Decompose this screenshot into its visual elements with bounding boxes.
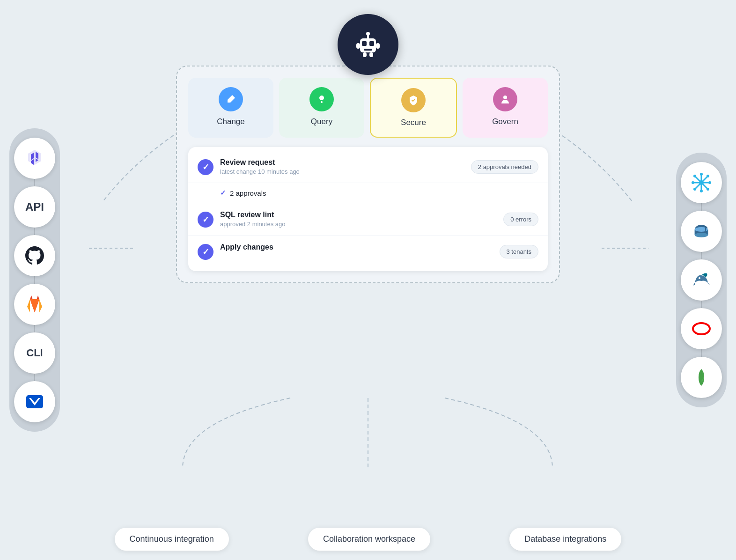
status-list: ✓ Review request latest change 10 minute… xyxy=(188,147,548,271)
sidebar-item-cli[interactable]: CLI xyxy=(14,332,55,374)
right-sidebar-track xyxy=(676,153,727,407)
change-icon xyxy=(219,87,243,111)
api-label: API xyxy=(25,200,44,214)
bottom-label-ci: Continuous integration xyxy=(115,528,229,551)
svg-rect-35 xyxy=(364,49,372,51)
sidebar-item-terraform[interactable] xyxy=(14,138,55,179)
svg-marker-6 xyxy=(28,150,41,165)
tab-secure[interactable]: Secure xyxy=(370,78,457,138)
tab-secure-label: Secure xyxy=(401,118,426,127)
tab-govern[interactable]: Govern xyxy=(463,78,548,138)
svg-point-18 xyxy=(700,190,703,192)
status-item-review-request: ✓ Review request latest change 10 minute… xyxy=(188,151,548,183)
status-item-approvals: ✓ 2 approvals xyxy=(188,183,548,203)
svg-point-44 xyxy=(503,96,507,99)
review-request-badge: 2 approvals needed xyxy=(471,160,538,174)
robot-icon-container xyxy=(338,14,398,75)
sidebar-item-mysql[interactable] xyxy=(681,259,722,301)
svg-rect-43 xyxy=(321,101,323,103)
sidebar-item-github[interactable] xyxy=(14,235,55,276)
sidebar-item-bitbucket[interactable] xyxy=(14,381,55,422)
svg-point-20 xyxy=(708,181,711,184)
review-check-icon: ✓ xyxy=(198,159,213,175)
sidebar-item-postgres[interactable] xyxy=(681,211,722,252)
sidebar-item-api[interactable]: API xyxy=(14,186,55,228)
apply-changes-text: Apply changes xyxy=(220,243,493,251)
tab-govern-label: Govern xyxy=(492,117,518,126)
svg-point-37 xyxy=(366,32,370,36)
tab-change-label: Change xyxy=(217,117,245,126)
main-panel: Change Query xyxy=(176,66,560,283)
status-item-sql-review: ✓ SQL review lint approved 2 minutes ago… xyxy=(188,203,548,236)
center-content: Change Query xyxy=(94,14,642,523)
tab-change[interactable]: Change xyxy=(188,78,273,138)
svg-point-30 xyxy=(699,277,700,279)
govern-icon xyxy=(493,87,517,111)
sidebar-item-gitlab[interactable] xyxy=(14,284,55,325)
svg-point-19 xyxy=(692,181,694,184)
review-request-text: Review request latest change 10 minutes … xyxy=(220,158,464,175)
svg-point-24 xyxy=(693,188,696,191)
bottom-label-db: Database integrations xyxy=(509,528,621,551)
sql-review-badge: 0 errors xyxy=(503,213,538,226)
sql-review-subtitle: approved 2 minutes ago xyxy=(220,221,497,228)
sql-check-icon: ✓ xyxy=(198,212,213,228)
sidebar-item-oracle[interactable] xyxy=(681,308,722,349)
svg-point-22 xyxy=(707,188,709,191)
bottom-label-collab: Collaboration workspace xyxy=(308,528,430,551)
action-tabs: Change Query xyxy=(188,78,548,138)
sidebar-item-snowflake[interactable] xyxy=(681,162,722,203)
svg-rect-34 xyxy=(369,41,374,46)
apply-changes-title: Apply changes xyxy=(220,243,493,251)
apply-changes-badge: 3 tenants xyxy=(500,245,539,258)
bottom-labels: Continuous integration Collaboration wor… xyxy=(75,528,661,551)
approvals-check: ✓ xyxy=(220,189,226,197)
cli-label: CLI xyxy=(26,347,43,359)
svg-point-23 xyxy=(707,175,709,177)
svg-rect-33 xyxy=(362,41,367,46)
svg-point-42 xyxy=(319,96,324,100)
svg-rect-38 xyxy=(356,43,360,49)
secure-icon xyxy=(401,88,426,112)
right-sidebar xyxy=(676,153,727,407)
svg-point-17 xyxy=(700,173,703,176)
svg-point-28 xyxy=(695,233,708,237)
sql-review-text: SQL review lint approved 2 minutes ago xyxy=(220,211,497,228)
approvals-label: 2 approvals xyxy=(230,189,266,197)
review-request-title: Review request xyxy=(220,158,464,167)
apply-check-icon: ✓ xyxy=(198,244,213,260)
tab-query-label: Query xyxy=(311,117,332,126)
review-request-subtitle: latest change 10 minutes ago xyxy=(220,168,464,175)
svg-point-31 xyxy=(693,323,710,334)
sidebar-item-mongodb[interactable] xyxy=(681,357,722,398)
svg-point-25 xyxy=(699,180,704,185)
svg-rect-39 xyxy=(376,43,380,49)
sql-review-title: SQL review lint xyxy=(220,211,497,219)
svg-rect-41 xyxy=(369,52,373,57)
svg-rect-40 xyxy=(363,52,367,57)
left-sidebar: API CLI xyxy=(9,128,60,432)
status-item-apply-changes: ✓ Apply changes 3 tenants xyxy=(188,236,548,267)
svg-rect-11 xyxy=(26,395,43,408)
query-icon xyxy=(309,87,334,111)
tab-query[interactable]: Query xyxy=(279,78,364,138)
svg-point-21 xyxy=(693,175,696,177)
left-sidebar-track: API CLI xyxy=(9,128,60,432)
